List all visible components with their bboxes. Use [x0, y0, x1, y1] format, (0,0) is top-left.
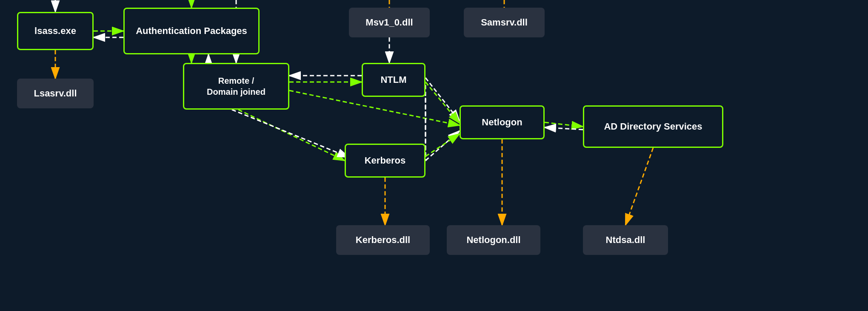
arrow-ntlm-to-netlogon — [425, 78, 460, 121]
node-ntlm: NTLM — [362, 63, 425, 97]
arrow-ad-to-ntdsa — [625, 148, 653, 225]
node-auth: Authentication Packages — [123, 8, 260, 54]
arrow-netlogon-to-ad — [545, 122, 583, 127]
node-lsass: lsass.exe — [17, 12, 94, 50]
node-kerberos-label: Kerberos — [365, 155, 406, 166]
node-netlogondll-label: Netlogon.dll — [466, 235, 520, 246]
node-lsasrv: Lsasrv.dll — [17, 79, 94, 108]
node-kerberosdll-label: Kerberos.dll — [356, 235, 410, 246]
node-kerberosdll: Kerberos.dll — [336, 225, 430, 255]
node-msv1-label: Msv1_0.dll — [365, 17, 413, 28]
node-lsass-label: lsass.exe — [34, 25, 76, 37]
node-auth-label: Authentication Packages — [136, 25, 247, 37]
node-samsrv: Samsrv.dll — [464, 8, 545, 37]
node-ad-label: AD Directory Services — [604, 121, 702, 132]
arrow-remote-to-kerberos — [238, 110, 345, 161]
node-ntlm-label: NTLM — [380, 74, 406, 85]
arrow-ad-to-netlogon — [545, 127, 583, 130]
node-remote-label: Remote /Domain joined — [207, 75, 266, 97]
node-ntdsa-label: Ntdsa.dll — [606, 235, 645, 246]
node-ntdsa: Ntdsa.dll — [583, 225, 668, 255]
node-netlogon: Netlogon — [460, 105, 545, 139]
node-samsrv-label: Samsrv.dll — [481, 17, 528, 28]
node-lsasrv-label: Lsasrv.dll — [34, 88, 77, 99]
arrow-ntlm-to-netlogon-g — [425, 82, 460, 123]
node-netlogon-label: Netlogon — [482, 117, 522, 128]
node-ad: AD Directory Services — [583, 105, 723, 148]
node-kerberos: Kerberos — [345, 144, 425, 178]
arrow-kerberos-to-remote — [232, 110, 349, 157]
node-msv1: Msv1_0.dll — [349, 8, 430, 37]
node-remote: Remote /Domain joined — [183, 63, 289, 110]
node-netlogondll: Netlogon.dll — [447, 225, 540, 255]
diagram: lsass.exe Authentication Packages Lsasrv… — [0, 0, 868, 311]
arrow-right-to-netlogon — [425, 131, 460, 161]
